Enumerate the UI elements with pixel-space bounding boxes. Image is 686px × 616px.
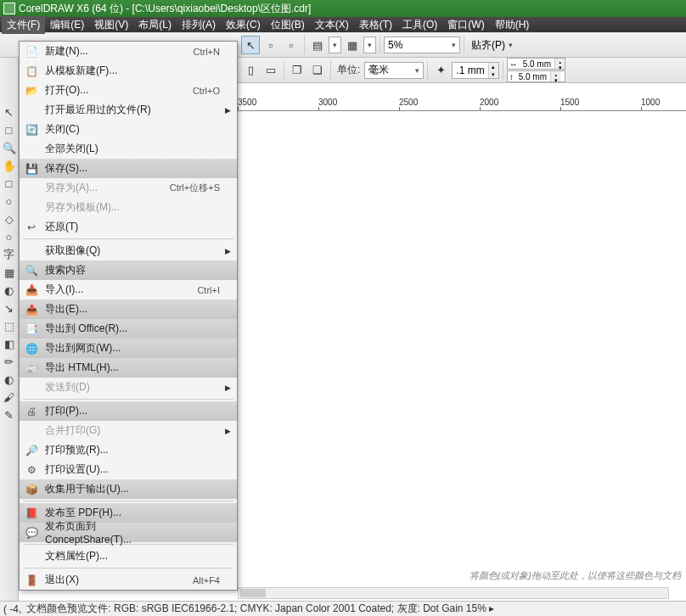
dupx-field[interactable]: ↔ 5.0 mm ▴▾ xyxy=(507,58,565,70)
zoom-field[interactable]: 5% ▾ xyxy=(384,36,460,53)
separator xyxy=(427,61,428,80)
menu-item[interactable]: 表格(T) xyxy=(354,16,397,34)
pages2-icon[interactable]: ❏ xyxy=(308,61,327,80)
menu-item-label: 文档属性(P)... xyxy=(45,549,164,563)
menu-item-label: 合并打印(G) xyxy=(45,423,164,438)
menu-item[interactable]: 打开最近用过的文件(R)▶ xyxy=(20,100,237,120)
toolbox-tool[interactable]: ◐ xyxy=(2,372,17,387)
menu-item[interactable]: 🔄关闭(C) xyxy=(20,120,237,139)
orient-landscape-icon[interactable]: ▭ xyxy=(261,61,280,80)
unit-field[interactable]: 毫米 ▾ xyxy=(364,62,424,79)
menu-item[interactable]: 🖨打印(P)... xyxy=(20,401,237,421)
tool-pick-icon[interactable]: ↖ xyxy=(241,36,260,54)
toolbox-tool[interactable]: 字 xyxy=(2,247,17,262)
file-menu-dropdown: 📄新建(N)...Ctrl+N📋从模板新建(F)...📂打开(O)...Ctrl… xyxy=(19,41,238,591)
ruler-tick: 3000 xyxy=(318,98,337,107)
menu-item-label: 导入(I)... xyxy=(45,283,164,297)
menu-item[interactable]: 📥导入(I)...Ctrl+I xyxy=(20,280,237,300)
menu-item[interactable]: 窗口(W) xyxy=(442,16,489,34)
menu-item-icon: 🚪 xyxy=(23,573,40,588)
menu-item[interactable]: 📦收集用于输出(U)... xyxy=(20,479,237,499)
menu-item[interactable]: ↩还原(T) xyxy=(20,217,237,237)
menu-item[interactable]: 📰导出 HTML(H)... xyxy=(20,358,237,378)
menu-item-icon: 🖨 xyxy=(23,404,40,419)
menu-item-icon xyxy=(23,103,40,118)
tool-c-icon[interactable]: ▤ xyxy=(308,36,327,54)
scrollbar-thumb[interactable] xyxy=(240,589,266,597)
toolbox-tool[interactable]: ⬚ xyxy=(2,318,17,333)
toolbox-tool[interactable]: ◧ xyxy=(2,336,17,351)
dropdown-d[interactable]: ▾ xyxy=(329,36,341,53)
toolbox-tool[interactable]: □ xyxy=(2,122,17,137)
menu-item[interactable]: 🔍搜索内容 xyxy=(20,260,237,280)
toolbox-tool[interactable]: ◐ xyxy=(2,283,17,298)
menu-item[interactable]: 📂打开(O)...Ctrl+O xyxy=(20,81,237,100)
menu-item[interactable]: 🔎打印预览(R)... xyxy=(20,440,237,460)
menu-item[interactable]: 📄新建(N)...Ctrl+N xyxy=(20,42,237,61)
menu-item[interactable]: 位图(B) xyxy=(266,16,310,34)
separator xyxy=(380,36,380,54)
menu-item-icon: 💾 xyxy=(23,161,40,176)
menu-item[interactable]: 📤导出(E)... xyxy=(20,300,237,319)
menu-item-icon: 🔎 xyxy=(23,443,40,458)
menu-item[interactable]: 排列(A) xyxy=(177,16,221,34)
menu-item[interactable]: 获取图像(Q)▶ xyxy=(20,241,237,260)
toolbox-tool[interactable]: ✏ xyxy=(2,354,17,369)
menu-item[interactable]: 🌐导出到网页(W)... xyxy=(20,339,237,358)
ruler-horizontal: 350030002500200015001000 xyxy=(221,98,686,111)
toolbox-tool[interactable]: ✋ xyxy=(2,158,17,173)
menu-item[interactable]: 文件(F) xyxy=(2,16,45,34)
snap-dropdown[interactable]: 贴齐(P) ▾ xyxy=(468,36,516,53)
menu-item[interactable]: 帮助(H) xyxy=(490,16,535,34)
menu-item[interactable]: 💬发布页面到 ConceptShare(T)... xyxy=(20,523,237,542)
tool-e-icon[interactable]: ▦ xyxy=(343,36,362,54)
menu-item[interactable]: 💾保存(S)... xyxy=(20,159,237,178)
dropdown-f[interactable]: ▾ xyxy=(363,36,376,53)
menu-item[interactable]: 全部关闭(L) xyxy=(20,139,237,159)
menu-item-label: 另存为(A)... xyxy=(45,181,164,195)
toolbox-tool[interactable]: 🖌 xyxy=(2,389,17,405)
toolbox-tool[interactable]: ▦ xyxy=(2,265,17,280)
menu-item[interactable]: 🚪退出(X)Alt+F4 xyxy=(20,570,237,590)
menu-item[interactable]: 编辑(E) xyxy=(45,16,89,34)
toolbox-tool[interactable]: ↖ xyxy=(2,104,17,120)
menu-item[interactable]: 效果(C) xyxy=(221,16,266,34)
menu-separator xyxy=(23,238,233,239)
tool-a-icon[interactable]: ▫ xyxy=(261,36,280,54)
toolbox-tool[interactable]: ◇ xyxy=(2,211,17,227)
toolbox-tool[interactable]: □ xyxy=(2,176,17,191)
menu-item-icon: 📥 xyxy=(23,283,40,298)
ruler-tick: 2500 xyxy=(399,98,418,107)
menu-separator xyxy=(23,501,233,501)
menu-item-icon xyxy=(23,244,40,259)
tool-b-icon[interactable]: ▫ xyxy=(282,36,301,54)
menu-item-icon: 📄 xyxy=(23,44,40,59)
toolbox-tool[interactable]: ○ xyxy=(2,229,17,244)
menu-item[interactable]: 📋从模板新建(F)... xyxy=(20,61,237,81)
pages-icon[interactable]: ❐ xyxy=(288,61,306,80)
toolbox-tool[interactable]: ✎ xyxy=(2,407,17,423)
menu-item[interactable]: 📑导出到 Office(R)... xyxy=(20,319,237,339)
menu-item-label: 发送到(D) xyxy=(45,380,164,395)
menu-item-label: 全部关闭(L) xyxy=(45,142,164,156)
dupy-value: 5.0 mm xyxy=(515,72,550,81)
menu-item-label: 导出到网页(W)... xyxy=(45,341,164,356)
menu-item[interactable]: 工具(O) xyxy=(397,16,442,34)
menu-item[interactable]: 布局(L) xyxy=(133,16,177,34)
toolbox-tool[interactable]: 🔍 xyxy=(2,140,17,155)
separator xyxy=(330,61,331,80)
unit-label: 单位: xyxy=(335,63,363,77)
menu-item-icon xyxy=(23,181,40,196)
menu-item[interactable]: 文本(X) xyxy=(310,16,354,34)
menu-item-label: 搜索内容 xyxy=(45,263,164,277)
menu-item[interactable]: 视图(V) xyxy=(89,16,133,34)
menu-item[interactable]: ⚙打印设置(U)... xyxy=(20,460,237,479)
dupy-field[interactable]: ↕ 5.0 mm ▴▾ xyxy=(507,70,565,82)
scrollbar-horizontal[interactable] xyxy=(238,587,669,599)
menu-item-shortcut: Ctrl+O xyxy=(169,86,220,96)
orient-portrait-icon[interactable]: ▯ xyxy=(241,61,260,80)
nudge-field[interactable]: .1 mm ▴▾ xyxy=(452,62,498,79)
toolbox-tool[interactable]: ↘ xyxy=(2,300,17,316)
toolbox-tool[interactable]: ○ xyxy=(2,193,17,209)
menu-item[interactable]: 文档属性(P)... xyxy=(20,546,237,566)
